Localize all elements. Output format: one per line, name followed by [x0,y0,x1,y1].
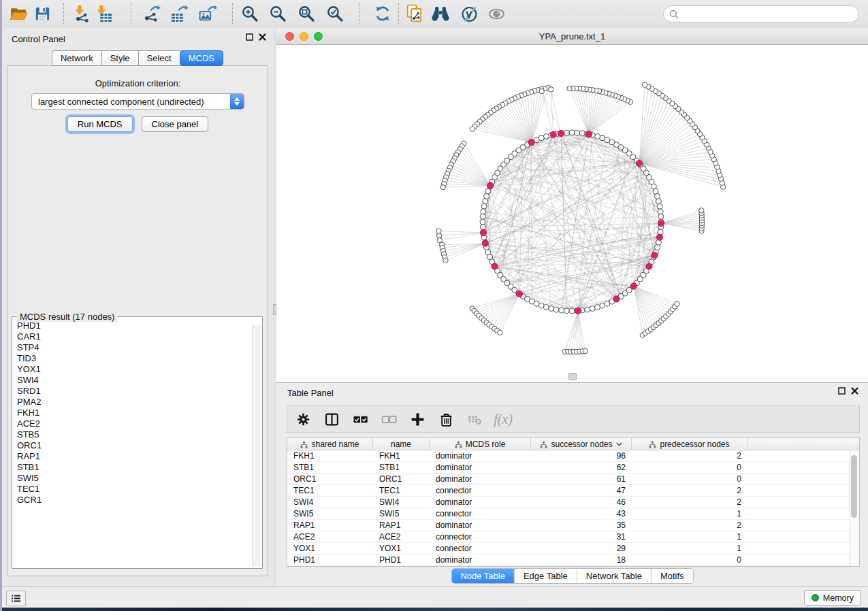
zoom-selected-button[interactable] [323,2,347,25]
network-node[interactable] [484,193,489,199]
cell[interactable]: 61 [531,474,632,484]
cell[interactable]: 1 [632,532,748,542]
mcds-result-item[interactable]: FKH1 [17,408,252,418]
network-node[interactable] [485,188,491,194]
cell[interactable]: PHD1 [373,555,430,565]
cell[interactable]: YOX1 [287,544,373,553]
cell[interactable]: 2 [632,521,748,530]
cell[interactable]: 2 [632,497,748,507]
network-node[interactable] [539,303,544,308]
cell[interactable]: 0 [632,463,748,472]
tab-node-table[interactable]: Node Table [451,569,515,583]
close-panel-button[interactable]: Close panel [142,116,209,132]
network-node[interactable] [657,203,662,209]
cell[interactable]: 31 [531,532,632,542]
cell[interactable]: ACE2 [373,532,430,542]
network-leaf-node[interactable] [437,238,442,243]
mcds-hub-node[interactable] [575,308,581,314]
mcds-hub-node[interactable] [646,263,652,269]
cell[interactable]: 43 [531,509,632,518]
cell[interactable]: TEC1 [287,486,373,495]
mcds-result-item[interactable]: RAP1 [17,451,252,462]
network-node[interactable] [585,307,590,312]
tab-style[interactable]: Style [101,50,138,66]
table-row[interactable]: RAP1RAP1dominator352 [287,520,859,531]
network-node[interactable] [590,306,595,311]
mcds-result-item[interactable]: YOX1 [17,364,252,375]
cell[interactable]: dominator [430,521,531,530]
table-row[interactable]: ORC1ORC1dominator610 [287,474,859,485]
network-node[interactable] [595,134,600,139]
export-network-button[interactable] [139,2,163,25]
tab-mcds[interactable]: MCDS [180,50,223,66]
table-row[interactable]: TEC1TEC1connector472 [287,485,859,497]
cell[interactable]: YOX1 [373,544,430,553]
show-graphics-button[interactable] [484,2,509,25]
cell[interactable]: ORC1 [287,474,373,484]
cell[interactable]: 0 [632,474,748,484]
vizmapper-button[interactable] [457,2,482,25]
mcds-hub-node[interactable] [658,220,664,227]
mcds-result-item[interactable]: TEC1 [17,484,252,495]
network-node[interactable] [654,245,660,250]
cell[interactable]: connector [430,486,531,495]
mcds-hub-node[interactable] [585,131,592,137]
cell[interactable]: connector [430,509,531,518]
network-node[interactable] [564,308,569,314]
memory-button[interactable]: Memory [804,590,861,606]
cell[interactable]: STB1 [287,463,373,472]
column-header-name[interactable]: name [373,438,430,450]
tab-motifs[interactable]: Motifs [652,569,693,583]
column-header-MCDS-role[interactable]: MCDS role [430,438,531,450]
cell[interactable]: RAP1 [287,521,373,530]
cell[interactable]: SWI5 [287,509,373,518]
network-node[interactable] [658,209,663,214]
mcds-hub-node[interactable] [492,263,498,269]
mcds-hub-node[interactable] [656,234,662,240]
delete-column-button[interactable] [437,410,455,428]
tab-network-table[interactable]: Network Table [577,569,652,583]
mcds-hub-node[interactable] [550,131,556,137]
network-leaf-node[interactable] [699,208,704,213]
column-header-shared-name[interactable]: shared name [287,438,373,450]
cell[interactable]: 1 [632,509,748,518]
network-node[interactable] [481,203,487,209]
mcds-result-item[interactable]: SWI5 [17,473,252,484]
table-settings-button[interactable] [294,410,312,428]
column-header-successor-nodes[interactable]: successor nodes [531,438,632,450]
table-row[interactable]: STB1STB1dominator620 [287,462,859,474]
cell[interactable]: PHD1 [287,555,373,565]
table-row[interactable]: FKH1FKH1dominator962 [287,450,859,462]
network-leaf-node[interactable] [436,233,441,238]
cell[interactable]: SWI4 [287,497,373,507]
cell[interactable]: dominator [430,497,531,507]
cell[interactable]: 2 [632,486,748,495]
deselect-all-button[interactable] [380,410,398,428]
mcds-result-item[interactable]: STB5 [17,429,252,440]
mcds-hub-node[interactable] [528,139,534,146]
mcds-hub-node[interactable] [613,296,620,302]
cell[interactable]: SWI4 [373,497,430,507]
network-node[interactable] [553,307,559,312]
mcds-result-item[interactable]: GCR1 [17,495,252,506]
cell[interactable]: dominator [430,474,531,484]
select-all-button[interactable] [351,410,369,428]
mcds-result-item[interactable]: STB1 [17,462,252,473]
cell[interactable]: 46 [531,497,632,507]
cell[interactable]: 29 [531,544,632,553]
table-row[interactable]: PHD1PHD1dominator180 [287,555,859,566]
export-image-button[interactable] [195,2,219,25]
export-table-button[interactable] [167,2,191,25]
network-leaf-node[interactable] [436,229,441,233]
network-leaf-node[interactable] [498,330,502,335]
show-column-panel-button[interactable] [323,410,340,428]
network-leaf-node[interactable] [642,82,647,87]
network-node[interactable] [480,219,485,225]
cell[interactable]: RAP1 [373,521,430,530]
cell[interactable]: connector [430,532,531,542]
mcds-hub-node[interactable] [558,130,564,136]
refresh-button[interactable] [370,2,395,25]
cell[interactable]: dominator [430,555,531,565]
network-node[interactable] [569,130,575,135]
mcds-result-item[interactable]: SWI4 [17,375,252,386]
